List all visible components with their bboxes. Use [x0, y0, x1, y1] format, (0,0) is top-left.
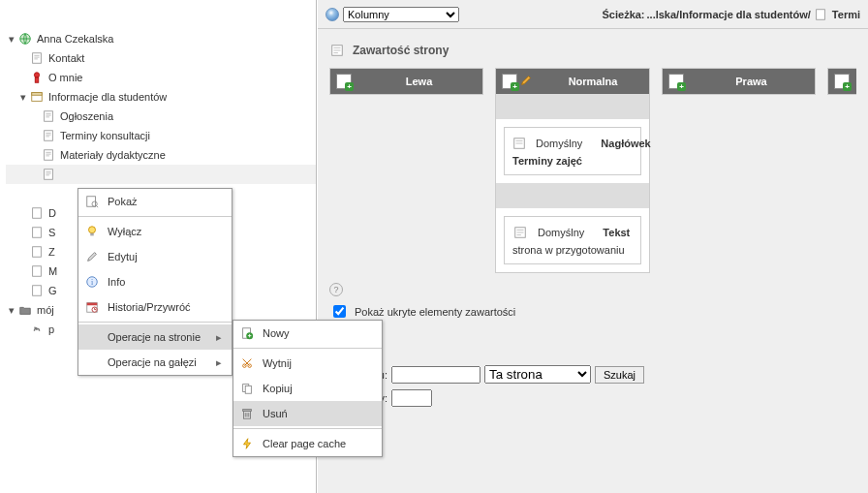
tree-item-info[interactable]: ▾ Informacje dla studentów	[6, 87, 316, 107]
block-type: Nagłówek	[601, 138, 650, 149]
column-extra	[827, 68, 856, 95]
svg-rect-15	[816, 9, 824, 19]
page-icon	[41, 128, 56, 143]
tree-label: Kontakt	[46, 52, 84, 64]
content-icon	[329, 43, 345, 58]
tree-label: O mnie	[46, 72, 82, 83]
ctx-show[interactable]: Pokaż	[78, 189, 232, 214]
block-text: Terminy zajęć	[512, 155, 582, 167]
copy-icon	[239, 381, 255, 396]
path-trunc: ...lska/Informacje dla studentów/	[647, 9, 811, 20]
scissors-icon	[239, 355, 255, 371]
ctx-branch-operations[interactable]: Operacje na gałęzi ▸	[78, 350, 232, 375]
svg-rect-11	[33, 228, 42, 238]
ctx-page-operations[interactable]: Operacje na stronie ▸	[78, 324, 232, 350]
show-hidden-checkbox[interactable]	[333, 305, 346, 318]
content-element-icon	[512, 136, 526, 151]
ctx-info[interactable]: i Info	[78, 269, 232, 294]
tree-label: Ogłoszenia	[58, 110, 113, 122]
tree-label: p	[46, 324, 54, 335]
svg-rect-35	[243, 410, 252, 412]
collapse-icon[interactable]: ▾	[6, 33, 17, 46]
ctx-new[interactable]: Nowy	[233, 321, 382, 346]
link-icon	[29, 322, 45, 337]
tree-item-omnie[interactable]: O mnie	[6, 68, 316, 87]
tree-root[interactable]: ▾ Anna Czekalska	[6, 29, 316, 48]
search-button[interactable]: Szukaj	[595, 366, 644, 384]
ctx-disable[interactable]: Wyłącz	[78, 219, 232, 244]
tree-item-terminy[interactable]: Terminy konsultacji	[6, 126, 316, 145]
ctx-label: Wyłącz	[108, 226, 141, 237]
content-element-icon	[512, 225, 528, 240]
svg-rect-6	[45, 111, 53, 122]
search-input-2[interactable]	[391, 389, 432, 407]
ctx-delete[interactable]: Usuń	[233, 401, 382, 426]
layout-select[interactable]: Kolumny	[343, 7, 459, 22]
ctx-edit[interactable]: Edytuj	[78, 244, 232, 269]
svg-rect-1	[33, 53, 42, 64]
info-icon	[29, 70, 45, 85]
page-icon	[29, 50, 45, 66]
svg-rect-26	[87, 303, 98, 306]
block-text: strona w przygotowaniu	[512, 244, 633, 256]
page-icon	[41, 167, 56, 182]
collapse-icon[interactable]: ▾	[6, 304, 17, 317]
ctx-label: Clear page cache	[263, 438, 346, 449]
ctx-label: Operacje na gałęzi	[108, 356, 197, 368]
tree-item-active[interactable]	[6, 165, 316, 184]
context-submenu-page-ops: Nowy Wytnij Kopiuj Usuń Clear page cache	[232, 320, 383, 457]
page-icon	[29, 244, 45, 260]
add-content-icon[interactable]	[834, 74, 850, 89]
page-icon	[41, 147, 56, 163]
tree-label: Z	[46, 246, 55, 258]
preview-icon	[84, 194, 100, 209]
backend-indicator-icon	[326, 8, 339, 21]
ctx-cut[interactable]: Wytnij	[233, 351, 382, 376]
blank-icon	[84, 329, 100, 345]
trash-icon	[239, 406, 255, 421]
column-header: Normalna	[496, 69, 649, 94]
ctx-history[interactable]: Historia/Przywróć	[78, 294, 232, 320]
path-current: Termi	[832, 9, 860, 20]
add-content-icon[interactable]	[502, 74, 517, 89]
content-block-header[interactable]: Domyślny Nagłówek Terminy zajęć	[504, 127, 641, 175]
search-input-1[interactable]	[391, 366, 480, 384]
tree-label: Informacje dla studentów	[46, 91, 167, 103]
ctx-copy[interactable]: Kopiuj	[233, 376, 382, 401]
collapse-icon[interactable]: ▾	[17, 91, 29, 104]
tree-label: mój	[35, 304, 54, 316]
ctx-clear-cache[interactable]: Clear page cache	[233, 431, 382, 456]
content-block-text[interactable]: Domyślny Tekst strona w przygotowaniu	[504, 216, 641, 264]
svg-rect-8	[45, 150, 53, 161]
tree-label: M	[46, 265, 57, 277]
show-hidden-row: Pokaż ukryte elementy zawartości	[329, 302, 856, 321]
main-area: Kolumny Ścieżka: ...lska/Informacje dla …	[318, 0, 868, 493]
tree-item-materialy[interactable]: Materiały dydaktyczne	[6, 145, 316, 165]
history-icon	[84, 299, 100, 315]
column-header: Prawa	[663, 69, 815, 94]
tree-item-ogloszenia[interactable]: Ogłoszenia	[6, 107, 316, 126]
bulb-icon	[84, 224, 100, 239]
chevron-right-icon: ▸	[216, 356, 222, 369]
ctx-label: Edytuj	[108, 251, 138, 262]
svg-rect-12	[33, 247, 42, 258]
folder-icon	[29, 89, 45, 105]
add-content-icon[interactable]	[668, 74, 684, 89]
search-area: u: Ta strona Szukaj rdy:	[329, 365, 856, 407]
column-title: Normalna	[542, 76, 643, 87]
tree-item-kontakt[interactable]: Kontakt	[6, 48, 316, 68]
tree-label: Materiały dydaktyczne	[58, 149, 166, 161]
svg-rect-3	[35, 77, 39, 82]
context-menu-page: Pokaż Wyłącz Edytuj i Info Historia/Przy…	[78, 188, 232, 376]
edit-icon[interactable]	[519, 74, 533, 89]
search-scope-select[interactable]: Ta strona	[484, 365, 591, 384]
svg-rect-13	[33, 266, 42, 277]
ctx-label: Kopiuj	[263, 383, 293, 394]
ctx-label: Info	[108, 276, 125, 288]
tree-label: Anna Czekalska	[35, 33, 114, 45]
info-icon: i	[84, 274, 100, 290]
page-icon	[813, 7, 828, 22]
add-content-icon[interactable]	[336, 74, 352, 89]
help-icon[interactable]: ?	[329, 283, 343, 296]
page-icon	[41, 108, 56, 124]
